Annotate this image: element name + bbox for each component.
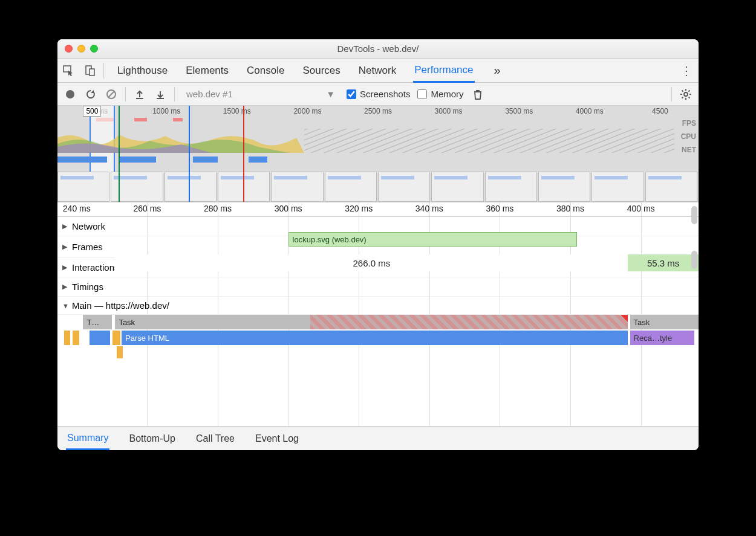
script-block[interactable] [117,346,123,358]
screenshot-thumb[interactable] [325,172,377,202]
track-timings[interactable]: ▶ Timings [57,277,699,297]
screenshot-thumb[interactable] [485,172,537,202]
tab-event-log[interactable]: Event Log [254,428,300,449]
reload-record-button[interactable] [84,88,97,101]
save-profile-icon[interactable] [154,88,167,101]
screenshots-checkbox[interactable] [347,89,356,99]
performance-toolbar: web.dev #1 ▼ Screenshots Memory [57,83,699,106]
tab-lighthouse[interactable]: Lighthouse [116,60,169,82]
flame-chart[interactable]: 240 ms 260 ms 280 ms 300 ms 320 ms 340 m… [57,202,699,426]
overview-strip[interactable]: 500 ms 1000 ms 1500 ms 2000 ms 2500 ms 3… [57,106,699,202]
svg-line-4 [108,91,114,97]
disclosure-triangle-icon[interactable]: ▶ [62,222,70,230]
memory-toggle[interactable]: Memory [417,89,463,99]
tab-bottom-up[interactable]: Bottom-Up [128,428,176,449]
script-block[interactable] [73,331,79,345]
track-label: Interactions [72,262,119,273]
script-block[interactable] [112,331,120,345]
chevron-down-icon: ▼ [326,89,335,99]
screenshot-thumb[interactable] [538,172,590,202]
panel-tabs-row: Lighthouse Elements Console Sources Netw… [57,59,699,83]
svg-point-7 [684,92,688,96]
long-task-marker [134,118,147,121]
svg-rect-2 [90,69,94,76]
main-thread-header[interactable]: ▼ Main — https://web.dev/ [57,297,699,315]
screenshot-thumb[interactable] [378,172,430,202]
track-label: Main — https://web.dev/ [72,300,169,311]
screenshot-thumb[interactable] [645,172,697,202]
tab-console[interactable]: Console [246,60,285,82]
frames-bar[interactable]: 266.0 ms [115,254,628,271]
parse-html-bar[interactable]: Parse HTML [122,331,628,345]
memory-checkbox[interactable] [417,89,427,99]
scrollbar-thumb[interactable] [691,251,697,269]
tab-call-tree[interactable]: Call Tree [195,428,236,449]
overview-net-lane [57,157,674,163]
network-request-bar[interactable]: lockup.svg (web.dev) [288,232,577,247]
task-bar[interactable]: T… [83,315,112,329]
long-task-flag-icon [621,315,628,322]
tab-elements[interactable]: Elements [184,60,230,82]
session-label: web.dev #1 [186,89,233,99]
track-main: ▼ Main — https://web.dev/ T… Task Task [57,297,699,362]
track-label: Timings [72,282,103,292]
svg-rect-8 [304,129,674,153]
titlebar: DevTools - web.dev/ [57,39,699,59]
marker-green [119,106,120,202]
devtools-window: DevTools - web.dev/ Lighthouse Elements … [57,39,699,450]
window-title: DevTools - web.dev/ [57,44,699,54]
recalculate-style-bar[interactable]: Reca…tyle [630,331,694,345]
details-tabs: Summary Bottom-Up Call Tree Event Log [57,426,699,450]
disclosure-triangle-icon[interactable]: ▶ [62,283,70,291]
svg-rect-0 [64,66,71,72]
tab-summary[interactable]: Summary [66,428,109,450]
panel-tabs: Lighthouse Elements Console Sources Netw… [116,59,501,82]
overview-lane-labels: FPS CPU NET [681,119,696,154]
screenshot-thumb[interactable] [431,172,483,202]
kebab-menu-icon[interactable]: ⋮ [674,63,699,78]
inspect-element-icon[interactable] [57,59,79,83]
marker-red [243,106,244,202]
tab-sources[interactable]: Sources [301,60,341,82]
disclosure-triangle-icon[interactable]: ▶ [62,243,70,251]
long-task-marker [173,118,183,121]
track-label: Frames [72,242,103,252]
track-label: Network [72,221,105,231]
separator [125,87,126,102]
overview-time-axis: 500 ms 1000 ms 1500 ms 2000 ms 2500 ms 3… [57,107,699,118]
screenshot-thumb[interactable] [591,172,644,202]
garbage-collect-icon[interactable] [471,88,484,101]
clear-button[interactable] [105,88,118,101]
session-selector[interactable]: web.dev #1 ▼ [182,87,339,101]
frames-bar[interactable]: 55.3 ms [628,254,699,271]
screenshot-thumb[interactable] [271,172,323,202]
disclosure-triangle-icon[interactable]: ▶ [62,263,70,271]
task-bar[interactable]: Task [630,315,699,329]
screenshots-toggle[interactable]: Screenshots [347,89,410,99]
separator [103,63,104,79]
tracks: ▶ Network lockup.svg (web.dev) ▶ Frames … [57,217,699,362]
flame-time-axis: 240 ms 260 ms 280 ms 300 ms 320 ms 340 m… [57,202,699,217]
scrollbar-thumb[interactable] [691,206,697,224]
overview-screenshot-strip [57,172,699,202]
tab-performance[interactable]: Performance [413,59,474,83]
settings-gear-icon[interactable] [679,88,692,101]
marker-blue [189,106,190,202]
more-tabs-icon[interactable]: » [490,63,501,77]
parse-html-bar[interactable] [90,331,110,345]
separator [671,87,672,102]
overview-selection-label: 500 [83,106,101,117]
load-profile-icon[interactable] [133,88,146,101]
disclosure-triangle-icon[interactable]: ▼ [62,302,70,309]
tab-network[interactable]: Network [357,60,397,82]
overview-cpu-lane [57,129,674,153]
record-button[interactable] [64,88,77,101]
separator [174,87,175,102]
screenshots-label: Screenshots [360,89,410,99]
screenshot-thumb[interactable] [165,172,217,202]
memory-label: Memory [431,89,463,99]
screenshot-thumb[interactable] [57,172,109,202]
task-bar[interactable]: Task [115,315,628,329]
device-toolbar-icon[interactable] [79,59,101,83]
script-block[interactable] [64,331,71,345]
